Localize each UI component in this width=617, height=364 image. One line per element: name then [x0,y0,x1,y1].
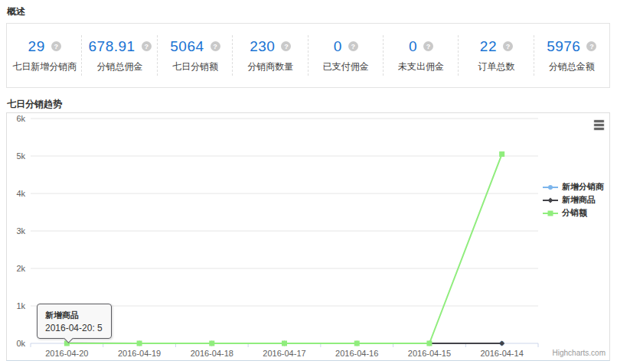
stat-value: 0 [334,38,342,55]
help-icon[interactable]: ? [503,41,513,51]
data-point-square[interactable] [426,341,432,346]
help-icon[interactable]: ? [586,41,596,51]
y-tick-label: 0k [16,339,25,348]
y-tick-label: 4k [16,189,25,198]
x-tick-label: 2016-04-14 [481,349,524,358]
stat-label: 已支付佣金 [323,60,369,73]
legend-item-新增商品[interactable]: 新增商品 [543,193,604,206]
legend-marker-icon [543,184,558,191]
stat-label: 分销总佣金 [97,60,143,73]
help-icon[interactable]: ? [51,41,61,51]
overview-stat-panel: 29?七日新增分销商678.91?分销总佣金5064?七日分销额230?分销商数… [6,23,610,88]
legend-label: 新增分销商 [562,181,604,193]
stat-card: 230?分销商数量 [233,24,308,87]
y-tick-label: 6k [16,114,25,123]
stat-card: 22?订单总数 [459,24,534,87]
stat-card: 678.91?分销总佣金 [82,24,157,87]
x-tick-label: 2016-04-16 [335,349,378,358]
trend-title: 七日分销趋势 [7,98,62,111]
stat-card: 5064?七日分销额 [158,24,233,87]
stat-card: 29?七日新增分销商 [7,24,82,87]
help-icon[interactable]: ? [281,41,291,51]
data-point-square[interactable] [354,341,360,346]
chart-export-menu-icon[interactable] [591,119,606,132]
y-tick-label: 1k [16,301,25,310]
help-icon[interactable]: ? [142,41,152,51]
data-point-diamond[interactable] [499,341,504,346]
x-tick-label: 2016-04-17 [263,349,305,358]
stat-card: 0?已支付佣金 [308,24,384,87]
y-tick-label: 2k [16,264,25,273]
dashboard-page: 概述 29?七日新增分销商678.91?分销总佣金5064?七日分销额230?分… [0,0,617,364]
stat-label: 七日新增分销商 [12,60,77,73]
chart-tooltip: 新增商品 2016-04-20: 5 [37,304,112,339]
stat-value: 678.91 [89,38,135,55]
legend-item-分销额[interactable]: 分销额 [543,206,604,219]
legend-marker-icon [543,210,558,217]
stat-value: 22 [480,38,497,55]
series-分销额 [64,151,504,346]
overview-title: 概述 [7,5,25,18]
help-icon[interactable]: ? [423,41,433,51]
stat-value: 5976 [547,38,580,55]
data-point-square[interactable] [548,210,553,216]
stat-label: 分销总金额 [549,60,595,73]
tooltip-series-name: 新增商品 [45,310,103,321]
y-tick-label: 3k [16,226,25,236]
series-line[interactable] [67,154,501,343]
stat-value: 230 [250,38,275,55]
stat-value: 29 [28,38,45,55]
stat-value: 5064 [170,38,204,55]
legend-label: 分销额 [562,207,587,219]
chart-legend: 新增分销商新增商品分销额 [543,180,604,219]
data-point-diamond[interactable] [548,197,553,203]
tooltip-value: 2016-04-20: 5 [45,323,103,333]
legend-marker-icon [543,197,558,204]
help-icon[interactable]: ? [211,41,220,51]
x-tick-label: 2016-04-19 [118,349,161,358]
x-tick-label: 2016-04-20 [45,349,88,358]
data-point-square[interactable] [209,341,214,346]
trend-chart-panel: 0k1k2k3k4k5k6k2016-04-202016-04-192016-0… [6,112,610,361]
stat-value: 0 [409,38,417,55]
stat-label: 七日分销额 [172,60,218,73]
stat-label: 分销商数量 [247,60,293,73]
help-icon[interactable]: ? [348,41,358,51]
highcharts-credit[interactable]: Highcharts.com [553,349,606,357]
stat-label: 订单总数 [478,60,514,73]
data-point-circle[interactable] [548,185,553,190]
stat-card: 0?未支出佣金 [384,24,459,87]
data-point-square[interactable] [137,341,142,346]
stat-label: 未支出佣金 [398,60,444,73]
stat-card: 5976?分销总金额 [534,24,609,87]
legend-item-新增分销商[interactable]: 新增分销商 [543,180,604,193]
x-tick-label: 2016-04-18 [191,349,233,358]
data-point-square[interactable] [282,341,287,346]
y-tick-label: 5k [16,151,25,161]
legend-label: 新增商品 [562,194,596,206]
x-tick-label: 2016-04-15 [408,349,451,358]
data-point-square[interactable] [499,151,504,157]
